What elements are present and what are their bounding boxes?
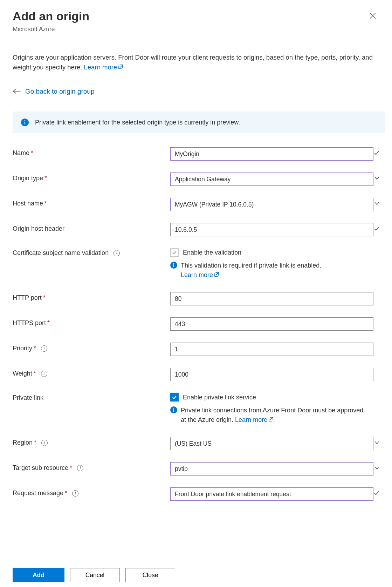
target-sub-select[interactable]: pvtip	[170, 462, 373, 475]
svg-rect-8	[173, 408, 174, 409]
weight-label: Weight	[13, 370, 32, 377]
preview-info-banner: Private link enablement for the selected…	[13, 112, 385, 133]
private-link-label: Private link	[13, 394, 43, 401]
private-link-learn-more-link[interactable]: Learn more	[235, 416, 274, 423]
svg-rect-2	[25, 120, 25, 121]
http-port-label: HTTP port	[13, 294, 42, 301]
https-port-label: HTTPS port	[13, 319, 46, 326]
host-header-label: Origin host header	[13, 225, 64, 232]
info-tooltip-icon[interactable]: i	[77, 465, 83, 471]
https-port-input[interactable]: 443	[170, 317, 373, 331]
private-link-checkbox[interactable]	[170, 393, 179, 402]
description-text: Origins are your application servers. Fr…	[13, 53, 379, 73]
chevron-down-icon	[374, 201, 380, 208]
host-name-label: Host name	[13, 200, 43, 207]
origin-type-select[interactable]: Application Gateway	[170, 173, 373, 186]
banner-text: Private link enablement for the selected…	[35, 119, 240, 126]
svg-rect-7	[173, 409, 174, 412]
close-button[interactable]: Close	[125, 568, 175, 582]
name-input[interactable]: MyOrigin	[170, 147, 373, 161]
host-name-select[interactable]: MyAGW (Private IP 10.6.0.5)	[170, 198, 373, 211]
panel-subtitle: Microsoft Azure	[13, 26, 89, 33]
info-icon	[170, 262, 177, 269]
external-link-icon	[268, 416, 274, 425]
checkmark-icon	[373, 150, 380, 158]
checkmark-icon	[373, 226, 380, 234]
priority-label: Priority	[13, 345, 32, 352]
cert-validation-checkbox[interactable]	[170, 248, 179, 257]
required-asterisk: *	[34, 439, 36, 446]
http-port-input[interactable]: 80	[170, 292, 373, 305]
cert-validation-label: Certificate subject name validation	[13, 249, 109, 256]
info-tooltip-icon[interactable]: i	[114, 250, 120, 256]
required-asterisk: *	[47, 319, 50, 326]
chevron-down-icon	[374, 440, 380, 447]
region-label: Region	[13, 439, 33, 446]
info-tooltip-icon[interactable]: i	[72, 490, 78, 497]
chevron-down-icon	[374, 465, 380, 473]
required-asterisk: *	[34, 345, 36, 352]
info-icon	[170, 406, 177, 413]
cert-validation-checkbox-label: Enable the validation	[183, 249, 241, 256]
required-asterisk: *	[44, 200, 47, 207]
priority-input[interactable]: 1	[170, 343, 373, 356]
required-asterisk: *	[65, 490, 67, 497]
required-asterisk: *	[31, 149, 33, 156]
required-asterisk: *	[70, 464, 72, 471]
learn-more-link[interactable]: Learn more	[84, 63, 124, 71]
name-label: Name	[13, 149, 29, 156]
private-link-checkbox-label: Enable private link service	[183, 394, 256, 401]
description-body: Origins are your application servers. Fr…	[13, 54, 373, 71]
host-header-input[interactable]: 10.6.0.5	[170, 223, 373, 236]
target-sub-label: Target sub resource	[13, 464, 68, 471]
info-tooltip-icon[interactable]: i	[41, 345, 47, 352]
info-tooltip-icon[interactable]: i	[41, 371, 47, 377]
cancel-button[interactable]: Cancel	[70, 568, 120, 582]
info-tooltip-icon[interactable]: i	[41, 440, 48, 446]
info-icon	[21, 119, 29, 126]
svg-rect-4	[173, 264, 174, 267]
cert-validation-learn-more-link[interactable]: Learn more	[181, 271, 219, 278]
back-arrow-icon	[13, 87, 21, 96]
required-asterisk: *	[43, 294, 46, 301]
svg-rect-5	[173, 263, 174, 264]
back-to-origin-group-link[interactable]: Go back to origin group	[25, 88, 95, 95]
region-select[interactable]: (US) East US	[170, 437, 373, 450]
close-icon[interactable]	[369, 12, 377, 21]
add-button[interactable]: Add	[13, 568, 64, 582]
svg-rect-1	[25, 122, 25, 124]
request-msg-input[interactable]: Front Door private link enablement reque…	[170, 487, 373, 501]
origin-type-label: Origin type	[13, 175, 43, 182]
panel-title: Add an origin	[13, 9, 89, 23]
external-link-icon	[118, 63, 123, 73]
required-asterisk: *	[34, 370, 36, 377]
weight-input[interactable]: 1000	[170, 368, 373, 381]
cert-validation-help-text: This validation is required if private l…	[181, 262, 321, 269]
checkmark-icon	[373, 490, 380, 498]
required-asterisk: *	[44, 175, 47, 182]
chevron-down-icon	[374, 176, 380, 183]
request-msg-label: Request message	[13, 490, 63, 497]
external-link-icon	[214, 271, 219, 280]
